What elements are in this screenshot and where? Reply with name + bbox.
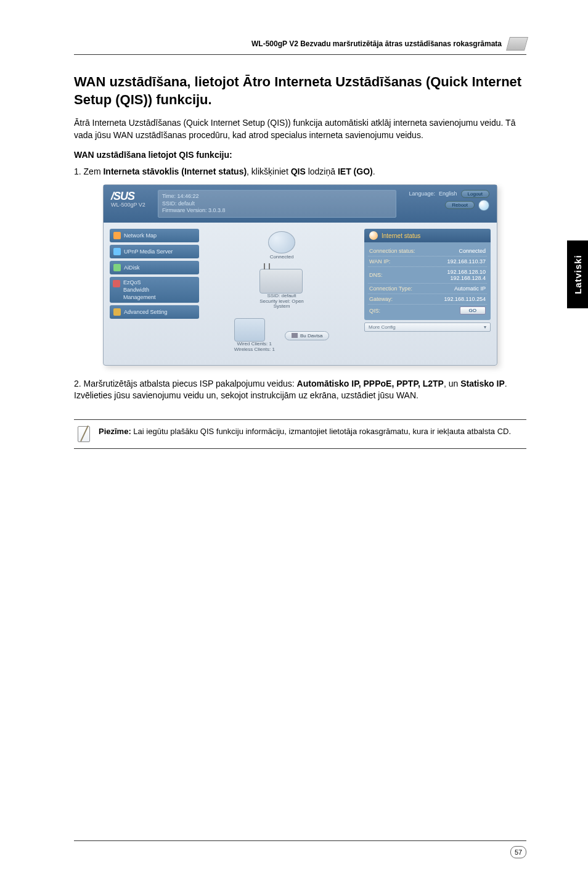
- sidebar-label: Bandwidth: [123, 287, 149, 293]
- language-tab: Latviski: [567, 240, 588, 308]
- internet-node[interactable]: Connected: [268, 231, 295, 260]
- more-config-label: More Config: [369, 324, 396, 330]
- sidebar-label: UPnP Media Server: [124, 248, 173, 255]
- sidebar-label: Network Map: [124, 232, 157, 239]
- step2-prefix: 2. Maršrutizētājs atbalsta piecus ISP pa…: [74, 379, 297, 388]
- info-time: Time: 14:46:22: [162, 193, 393, 200]
- info-firmware: Firmware Version: 3.0.3.8: [162, 207, 393, 215]
- status-val: 192.168.110.254: [444, 296, 486, 302]
- step1-b3: IET (GO): [338, 166, 373, 176]
- status-row-gateway: Gateway: 192.168.110.254: [368, 294, 487, 305]
- page-footer: 57: [74, 840, 526, 858]
- bu-davisa-button[interactable]: Bu Davisa: [285, 331, 329, 340]
- step2-b1: Automātisko IP, PPPoE, PPTP, L2TP: [297, 379, 444, 388]
- ezqos-icon: [113, 280, 120, 287]
- step-2: 2. Maršrutizētājs atbalsta piecus ISP pa…: [74, 378, 526, 402]
- status-key: Connection Type:: [369, 285, 412, 292]
- step1-mid2: lodziņā: [306, 166, 338, 176]
- doc-header: WL-500gP V2 Bezvadu maršrutizētāja ātras…: [251, 39, 502, 48]
- status-row-dns: DNS: 192.168.128.10 192.168.128.4: [368, 267, 487, 284]
- map-icon: [113, 232, 121, 239]
- sidebar-item-network-map[interactable]: Network Map: [110, 229, 199, 242]
- step2-mid: , un: [444, 379, 460, 388]
- step1-prefix: 1. Zem: [74, 166, 103, 176]
- ui-sidebar: Network Map UPnP Media Server AiDisk EzQ…: [110, 229, 199, 359]
- wireless-clients-label: Wireless Clients: 1: [234, 347, 275, 353]
- status-globe-icon: [369, 231, 378, 240]
- book-icon: [506, 37, 528, 51]
- sidebar-label: Management: [123, 294, 156, 300]
- router-node[interactable]: SSID: default Security level: Open Syste…: [259, 269, 304, 310]
- internet-status-label: Connected: [268, 255, 295, 260]
- status-key: WAN IP:: [369, 258, 390, 265]
- ui-info-panel: Time: 14:46:22 SSID: default Firmware Ve…: [158, 190, 397, 218]
- step1-b2: QIS: [291, 166, 306, 176]
- sidebar-label: EzQoS: [123, 279, 141, 285]
- status-val: 192.168.128.10 192.168.128.4: [447, 269, 486, 281]
- globe-icon: [478, 200, 489, 211]
- status-header-label: Internet status: [382, 232, 420, 239]
- sidebar-label: Advanced Setting: [124, 309, 168, 315]
- step-1: 1. Zem Interneta stāvoklis (Internet sta…: [74, 166, 526, 178]
- internet-status-panel: Internet status Connection status: Conne…: [364, 229, 491, 332]
- status-row-connection: Connection status: Connected: [368, 246, 487, 257]
- asus-logo: /SUS: [111, 190, 145, 203]
- note-icon: [78, 426, 90, 442]
- logout-button[interactable]: Logout: [461, 190, 489, 198]
- status-val: Automatic IP: [454, 285, 486, 292]
- client-icon: [234, 318, 265, 342]
- language-label: Language:: [409, 191, 435, 197]
- step1-end: .: [373, 166, 375, 176]
- status-val: 192.168.110.37: [447, 258, 486, 265]
- note-text: Piezīme: Lai iegūtu plašāku QIS funkciju…: [99, 426, 511, 437]
- status-key: QIS:: [369, 308, 380, 314]
- note-box: Piezīme: Lai iegūtu plašāku QIS funkciju…: [74, 419, 526, 449]
- sidebar-item-aidisk[interactable]: AiDisk: [110, 261, 199, 274]
- router-icon: [259, 269, 303, 294]
- status-row-conntype: Connection Type: Automatic IP: [368, 284, 487, 294]
- model-name: WL-500gP V2: [111, 202, 145, 208]
- ui-logo-block: /SUS WL-500gP V2: [111, 190, 145, 218]
- info-ssid: SSID: default: [162, 200, 393, 208]
- status-key: DNS:: [369, 272, 383, 278]
- page-title: WAN uzstādīšana, lietojot Ātro Interneta…: [74, 73, 526, 109]
- language-value[interactable]: English: [439, 191, 457, 197]
- gear-icon: [113, 308, 121, 316]
- status-row-wanip: WAN IP: 192.168.110.37: [368, 257, 487, 267]
- status-header: Internet status: [364, 229, 491, 242]
- reboot-button[interactable]: Reboot: [445, 201, 475, 209]
- router-system-label: System: [259, 304, 304, 310]
- status-key: Connection status:: [369, 248, 415, 254]
- ui-top-bar: /SUS WL-500gP V2 Time: 14:46:22 SSID: de…: [104, 185, 497, 223]
- step1-b1: Interneta stāvoklis (Internet status): [103, 166, 247, 176]
- ui-top-right: Language: English Logout Reboot: [409, 190, 489, 218]
- subhead: WAN uzstādīšana lietojot QIS funkciju:: [74, 150, 526, 160]
- status-key: Gateway:: [369, 296, 393, 302]
- page-number: 57: [510, 846, 526, 858]
- aidisk-icon: [113, 264, 121, 271]
- router-admin-screenshot: /SUS WL-500gP V2 Time: 14:46:22 SSID: de…: [103, 184, 497, 366]
- note-body: Lai iegūtu plašāku QIS funkciju informāc…: [131, 427, 511, 436]
- network-diagram: Connected SSID: default Security level: …: [205, 229, 358, 359]
- sidebar-label: AiDisk: [124, 265, 140, 271]
- chevron-down-icon: ▾: [484, 324, 486, 330]
- more-config-dropdown[interactable]: More Config ▾: [364, 322, 491, 332]
- bu-label: Bu Davisa: [300, 333, 322, 339]
- sidebar-item-advanced[interactable]: Advanced Setting: [110, 305, 199, 319]
- status-val: Connected: [459, 248, 486, 254]
- intro-paragraph: Ātrā Interneta Uzstādīšanas (Quick Inter…: [74, 117, 526, 141]
- sidebar-item-upnp[interactable]: UPnP Media Server: [110, 245, 199, 258]
- clients-node[interactable]: Wired Clients: 1 Wireless Clients: 1: [234, 318, 275, 353]
- internet-globe-icon: [268, 231, 295, 253]
- qis-go-button[interactable]: GO: [460, 306, 486, 314]
- upnp-icon: [113, 248, 121, 255]
- step1-mid: , klikšķiniet: [247, 166, 291, 176]
- status-row-qis: QIS: GO: [368, 305, 487, 316]
- sidebar-item-ezqos[interactable]: EzQoS Bandwidth Management: [110, 277, 199, 303]
- printer-icon: [292, 333, 298, 338]
- note-label: Piezīme:: [99, 427, 131, 436]
- step2-b2: Statisko IP: [460, 379, 505, 388]
